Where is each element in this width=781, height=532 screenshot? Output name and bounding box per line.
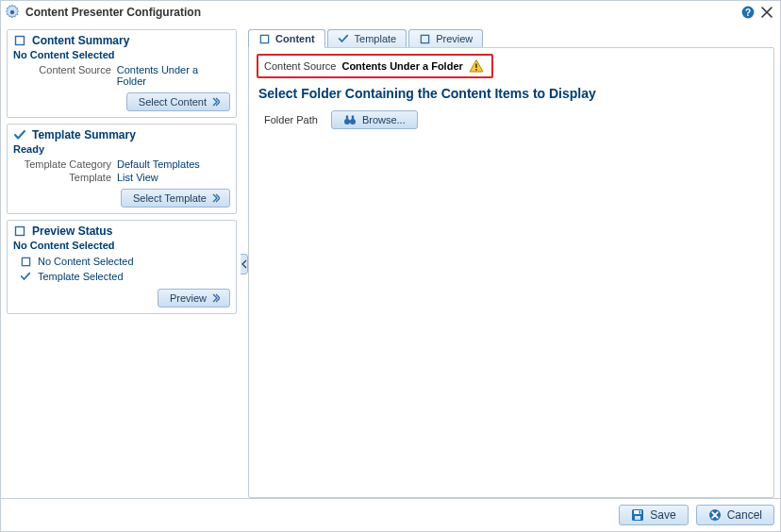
browse-button[interactable]: Browse... [331, 110, 418, 129]
tab-template[interactable]: Template [327, 29, 407, 48]
svg-rect-6 [22, 258, 29, 265]
content-source-value: Contents Under a Folder [341, 60, 462, 72]
warning-icon [469, 58, 484, 74]
check-icon [19, 270, 32, 283]
kv-value: List View [117, 172, 158, 183]
content-source-highlight: Content Source Contents Under a Folder [257, 54, 493, 78]
button-label: Browse... [362, 114, 406, 125]
panel-header: Content Summary [13, 34, 230, 47]
list-item-label: Template Selected [38, 271, 124, 282]
chevron-right-icon [212, 293, 220, 303]
check-icon [13, 128, 26, 141]
svg-rect-9 [475, 64, 477, 69]
kv-label: Template [13, 172, 117, 183]
tab-label: Content [275, 33, 315, 44]
content-pane: Content Source Contents Under a Folder S… [248, 47, 774, 498]
template-summary-panel: Template Summary Ready Template Category… [7, 124, 237, 214]
square-icon [419, 33, 430, 44]
button-label: Select Template [133, 192, 207, 204]
kv-row: Content Source Contents Under a Folder [13, 64, 230, 87]
tab-preview[interactable]: Preview [408, 29, 483, 48]
select-content-button[interactable]: Select Content [126, 92, 230, 111]
kv-label: Content Source [13, 64, 117, 87]
save-button[interactable]: Save [619, 505, 688, 525]
folder-path-label: Folder Path [264, 114, 318, 125]
panel-header: Preview Status [13, 224, 230, 238]
panel-header: Template Summary [13, 128, 230, 141]
svg-rect-14 [346, 116, 348, 120]
main: Content Template Preview Content Source … [248, 29, 774, 498]
tab-content[interactable]: Content [248, 29, 325, 48]
tab-label: Preview [436, 33, 473, 44]
kv-row: Template Category Default Templates [13, 158, 230, 170]
tabs: Content Template Preview [248, 29, 774, 48]
footer: Save Cancel [1, 498, 780, 531]
square-icon [13, 224, 26, 238]
section-title: Select Folder Containing the Content Ite… [258, 86, 766, 101]
dialog: Content Presenter Configuration ? Conten… [0, 0, 781, 532]
svg-text:?: ? [745, 8, 751, 18]
svg-rect-8 [421, 35, 428, 42]
binoculars-icon [343, 114, 357, 125]
svg-rect-19 [640, 511, 641, 514]
collapse-handle[interactable] [241, 254, 248, 274]
content-source-label: Content Source [264, 60, 336, 72]
button-label: Select Content [139, 96, 207, 108]
svg-point-1 [10, 10, 14, 14]
close-icon[interactable] [759, 5, 774, 20]
cancel-icon [708, 508, 722, 522]
content-summary-panel: Content Summary No Content Selected Cont… [7, 29, 237, 118]
tab-label: Template [355, 33, 397, 44]
button-label: Save [650, 508, 675, 522]
svg-rect-4 [16, 37, 25, 45]
svg-rect-18 [635, 516, 640, 520]
panel-status: No Content Selected [13, 240, 230, 251]
list-item: No Content Selected [19, 255, 230, 268]
chevron-right-icon [212, 97, 220, 107]
save-icon [631, 508, 644, 522]
panel-status: No Content Selected [13, 49, 230, 60]
preview-list: No Content Selected Template Selected [19, 255, 230, 283]
panel-title: Preview Status [32, 224, 112, 238]
titlebar: Content Presenter Configuration ? [1, 1, 780, 24]
panel-title: Content Summary [32, 34, 129, 47]
kv-value: Default Templates [117, 158, 200, 170]
square-icon [13, 34, 26, 47]
svg-rect-15 [352, 116, 354, 120]
preview-status-panel: Preview Status No Content Selected No Co… [7, 220, 237, 314]
kv-value: Contents Under a Folder [117, 64, 230, 87]
svg-rect-10 [475, 69, 477, 71]
kv-label: Template Category [13, 158, 117, 170]
check-icon [338, 33, 349, 44]
folder-path-row: Folder Path Browse... [264, 110, 766, 129]
square-icon [19, 255, 32, 268]
list-item: Template Selected [19, 270, 230, 283]
dialog-body: Content Summary No Content Selected Cont… [1, 24, 780, 498]
chevron-right-icon [212, 193, 220, 203]
cancel-button[interactable]: Cancel [696, 505, 774, 525]
svg-rect-13 [348, 121, 351, 123]
list-item-label: No Content Selected [38, 256, 134, 267]
button-label: Preview [170, 292, 207, 304]
dialog-title: Content Presenter Configuration [25, 6, 737, 19]
sidebar: Content Summary No Content Selected Cont… [7, 29, 241, 498]
panel-title: Template Summary [32, 128, 136, 141]
preview-button[interactable]: Preview [158, 289, 230, 308]
kv-row: Template List View [13, 172, 230, 183]
help-icon[interactable]: ? [740, 5, 756, 20]
select-template-button[interactable]: Select Template [121, 189, 230, 208]
panel-status: Ready [13, 143, 230, 155]
svg-rect-7 [260, 35, 268, 42]
splitter [241, 29, 248, 498]
svg-rect-5 [16, 227, 25, 236]
gear-icon [5, 5, 20, 20]
square-icon [258, 33, 270, 44]
button-label: Cancel [727, 508, 762, 522]
